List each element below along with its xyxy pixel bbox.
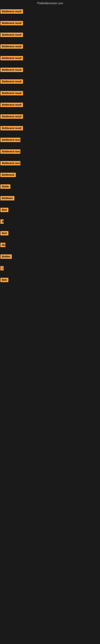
list-item: Bottleneck resu — [0, 158, 100, 169]
list-item: Bottlenec — [0, 192, 100, 204]
list-item: Bottleneck resu — [0, 146, 100, 158]
bottleneck-badge[interactable]: Bo — [0, 243, 5, 247]
list-item: Bottleneck result — [0, 111, 100, 122]
bottleneck-badge[interactable]: Bottleneck result — [0, 126, 23, 130]
list-item: Bottleneck result — [0, 52, 100, 64]
bottleneck-badge[interactable]: Bottleneck result — [0, 21, 23, 25]
bottleneck-badge[interactable]: Bottleneck result — [0, 32, 23, 37]
list-item: Bottleneck result — [0, 6, 100, 17]
site-title: TheBottlenecker.com — [0, 0, 100, 6]
bottleneck-badge[interactable]: Bottleneck resu — [0, 149, 20, 154]
list-item: Bottleneck result — [0, 29, 100, 41]
list-item: Bott — [0, 274, 100, 286]
bottleneck-badge[interactable]: Bottleneck result — [0, 103, 23, 107]
bottleneck-badge[interactable]: Bottlen — [0, 254, 12, 259]
list-item: Bott — [0, 204, 100, 216]
list-item: Bottle — [0, 181, 100, 192]
bottleneck-badge[interactable]: Bottleneck result — [0, 56, 23, 60]
bottleneck-badge[interactable]: Bottlenec — [0, 196, 14, 200]
items-list: Bottleneck resultBottleneck resultBottle… — [0, 6, 100, 286]
bottleneck-badge[interactable]: Bott — [0, 231, 8, 236]
list-item: Bottleneck result — [0, 122, 100, 134]
list-item: Bottleneck resu — [0, 134, 100, 146]
bottleneck-badge[interactable]: | — [0, 266, 3, 270]
list-item: Bottleneck — [0, 169, 100, 181]
bottleneck-badge[interactable]: Bottleneck result — [0, 114, 23, 119]
list-item: B — [0, 216, 100, 228]
bottleneck-badge[interactable]: Bottle — [0, 184, 10, 189]
list-item: Bottlen — [0, 251, 100, 262]
list-item: Bott — [0, 228, 100, 239]
list-item: Bottleneck result — [0, 87, 100, 99]
bottleneck-badge[interactable]: Bottleneck resu — [0, 138, 20, 142]
bottleneck-badge[interactable]: Bottleneck result — [0, 68, 23, 72]
list-item: Bottleneck result — [0, 99, 100, 111]
bottleneck-badge[interactable]: Bottleneck result — [0, 44, 23, 49]
list-item: Bottleneck result — [0, 64, 100, 76]
bottleneck-badge[interactable]: Bott — [0, 278, 8, 282]
list-item: Bottleneck result — [0, 17, 100, 29]
bottleneck-badge[interactable]: Bottleneck result — [0, 9, 23, 14]
bottleneck-badge[interactable]: Bottleneck result — [0, 91, 23, 96]
bottleneck-badge[interactable]: Bottleneck resu — [0, 161, 20, 166]
bottleneck-badge[interactable]: B — [0, 219, 3, 224]
list-item: Bottleneck result — [0, 41, 100, 52]
list-item: | — [0, 262, 100, 274]
bottleneck-badge[interactable]: Bott — [0, 208, 8, 212]
list-item: Bo — [0, 239, 100, 251]
list-item: Bottleneck result — [0, 76, 100, 87]
bottleneck-badge[interactable]: Bottleneck result — [0, 79, 23, 84]
page-container: TheBottlenecker.com Bottleneck resultBot… — [0, 0, 100, 286]
bottleneck-badge[interactable]: Bottleneck — [0, 173, 16, 177]
